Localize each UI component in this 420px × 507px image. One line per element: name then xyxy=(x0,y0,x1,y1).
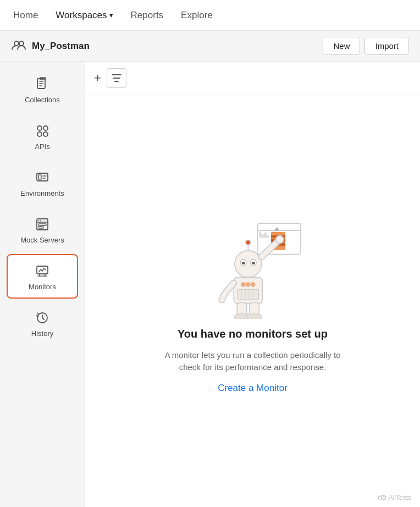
sidebar-item-mock-servers[interactable]: Mock Servers xyxy=(7,207,78,252)
create-monitor-link[interactable]: Create a Monitor xyxy=(218,383,288,394)
new-button[interactable]: New xyxy=(323,37,360,55)
import-button[interactable]: Import xyxy=(364,37,409,55)
svg-rect-12 xyxy=(38,227,43,228)
svg-point-4 xyxy=(37,126,42,130)
svg-point-29 xyxy=(242,261,245,264)
svg-point-13 xyxy=(38,221,40,222)
apis-icon xyxy=(34,123,51,139)
content-area: + xyxy=(85,62,420,507)
svg-point-35 xyxy=(250,282,255,287)
workspace-bar: My_Postman New Import xyxy=(0,31,420,62)
empty-state-description: A monitor lets you run a collection peri… xyxy=(159,349,346,374)
environments-label: Environments xyxy=(20,189,64,197)
add-button[interactable]: + xyxy=(94,72,101,84)
svg-point-31 xyxy=(275,235,283,243)
apis-label: APIs xyxy=(35,142,49,151)
nav-reports[interactable]: Reports xyxy=(131,10,164,21)
collections-label: Collections xyxy=(25,96,60,104)
user-group-icon xyxy=(11,37,26,55)
chevron-down-icon: ▾ xyxy=(109,11,113,19)
nav-workspaces[interactable]: Workspaces ▾ xyxy=(56,10,113,21)
main-layout: Collections APIs Environm xyxy=(0,62,420,507)
empty-state: You have no monitors set up A monitor le… xyxy=(85,95,420,507)
svg-rect-11 xyxy=(38,224,46,225)
workspace-title: My_Postman xyxy=(32,41,90,52)
sidebar-item-apis[interactable]: APIs xyxy=(7,114,78,158)
svg-point-44 xyxy=(246,313,262,319)
svg-rect-15 xyxy=(37,266,48,274)
monitors-icon xyxy=(34,263,51,279)
svg-point-14 xyxy=(40,221,41,222)
watermark: AllTests xyxy=(378,494,411,502)
svg-point-46 xyxy=(383,496,386,499)
mock-servers-icon xyxy=(34,216,51,233)
svg-rect-36 xyxy=(237,289,258,300)
sidebar-item-monitors[interactable]: Monitors xyxy=(7,254,78,299)
svg-point-24 xyxy=(234,250,261,277)
sidebar: Collections APIs Environm xyxy=(0,62,85,507)
monitor-illustration xyxy=(198,209,308,319)
workspace-identity: My_Postman xyxy=(11,37,90,55)
svg-point-7 xyxy=(43,132,48,136)
empty-state-title: You have no monitors set up xyxy=(178,328,328,340)
workspace-actions: New Import xyxy=(323,37,409,55)
top-navigation: Home Workspaces ▾ Reports Explore xyxy=(0,0,420,31)
sidebar-item-collections[interactable]: Collections xyxy=(7,67,78,112)
svg-point-45 xyxy=(378,496,382,499)
svg-point-5 xyxy=(43,126,48,130)
nav-home[interactable]: Home xyxy=(13,10,38,21)
environments-icon xyxy=(34,169,51,186)
svg-point-6 xyxy=(37,132,42,136)
monitors-label: Monitors xyxy=(29,283,56,291)
svg-point-0 xyxy=(14,41,19,46)
svg-point-33 xyxy=(241,282,246,287)
sidebar-item-environments[interactable]: Environments xyxy=(7,161,78,205)
svg-point-34 xyxy=(245,282,250,287)
mock-servers-label: Mock Servers xyxy=(20,236,64,244)
nav-explore[interactable]: Explore xyxy=(181,10,213,21)
history-icon xyxy=(34,310,51,326)
svg-point-1 xyxy=(19,41,24,46)
content-toolbar: + xyxy=(85,62,420,95)
filter-button[interactable] xyxy=(107,68,126,88)
watermark-text: AllTests xyxy=(389,494,411,502)
sidebar-item-history[interactable]: History xyxy=(7,301,78,345)
collections-icon xyxy=(34,76,51,92)
svg-point-26 xyxy=(245,240,250,245)
history-label: History xyxy=(31,329,53,338)
svg-rect-18 xyxy=(257,223,300,230)
svg-rect-9 xyxy=(38,175,41,179)
svg-point-30 xyxy=(252,261,255,264)
